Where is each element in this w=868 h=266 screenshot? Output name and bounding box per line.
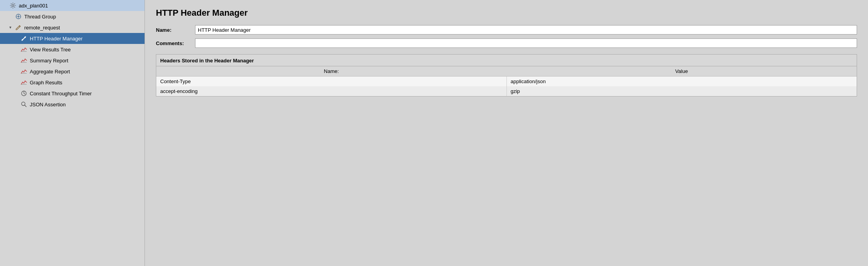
graph-icon <box>20 79 27 86</box>
header-value-cell: gzip <box>506 86 857 96</box>
header-name-cell: accept-encoding <box>156 86 506 96</box>
tree-triangle-icon <box>14 80 18 84</box>
name-input[interactable] <box>195 25 857 35</box>
svg-point-0 <box>12 5 14 7</box>
sidebar-item-label: Summary Report <box>30 58 68 64</box>
graph-icon <box>20 46 27 53</box>
sidebar-item-label: Aggregate Report <box>30 69 70 75</box>
headers-table: Name: Value Content-Typeapplication/json… <box>156 66 857 96</box>
main-content: HTTP Header Manager Name: Comments: Head… <box>145 0 868 266</box>
panel: HTTP Header Manager Name: Comments: Head… <box>145 0 868 266</box>
table-header-row: Name: Value <box>156 66 857 77</box>
sidebar-item-summary-report[interactable]: Summary Report <box>0 55 145 66</box>
comments-input[interactable] <box>195 38 857 48</box>
comments-row: Comments: <box>156 38 857 48</box>
clock-icon <box>20 90 27 97</box>
pencil-icon <box>15 24 22 31</box>
header-name-cell: Content-Type <box>156 77 506 87</box>
tree-triangle-icon <box>14 91 18 95</box>
tree-triangle-icon: ▼ <box>9 26 13 29</box>
sidebar-item-graph-results[interactable]: Graph Results <box>0 77 145 88</box>
tree-triangle-icon <box>14 47 18 51</box>
sidebar-item-thread-group[interactable]: Thread Group <box>0 11 145 22</box>
wrench-icon <box>20 35 27 42</box>
sidebar-item-label: remote_request <box>24 25 60 31</box>
graph-icon <box>20 57 27 64</box>
panel-title: HTTP Header Manager <box>156 8 857 18</box>
sidebar-item-view-results-tree[interactable]: View Results Tree <box>0 44 145 55</box>
comments-label: Comments: <box>156 40 195 46</box>
tree-triangle-icon <box>14 58 18 62</box>
sidebar-item-label: Thread Group <box>24 14 56 20</box>
sidebar-item-label: JSON Assertion <box>30 102 66 107</box>
sidebar-item-constant-throughput-timer[interactable]: Constant Throughput Timer <box>0 88 145 99</box>
sidebar-item-label: adx_plan001 <box>19 3 48 9</box>
tree-triangle-icon <box>14 69 18 73</box>
tree-triangle-icon <box>14 102 18 106</box>
tree-triangle-icon <box>3 4 7 7</box>
table-row[interactable]: Content-Typeapplication/json <box>156 77 857 87</box>
sidebar-item-remote-request[interactable]: ▼ remote_request <box>0 22 145 33</box>
sidebar: adx_plan001 Thread Group▼ remote_request… <box>0 0 145 266</box>
sidebar-item-label: Constant Throughput Timer <box>30 91 92 97</box>
tree-triangle-icon <box>14 36 18 40</box>
sidebar-item-aggregate-report[interactable]: Aggregate Report <box>0 66 145 77</box>
thread-icon <box>15 13 22 20</box>
table-row[interactable]: accept-encodinggzip <box>156 86 857 96</box>
headers-section: Headers Stored in the Header Manager Nam… <box>156 54 857 97</box>
sidebar-item-json-assertion[interactable]: JSON Assertion <box>0 99 145 110</box>
sidebar-item-http-header-manager[interactable]: HTTP Header Manager <box>0 33 145 44</box>
gear-icon <box>9 2 16 9</box>
col-name-header: Name: <box>156 66 506 77</box>
header-value-cell: application/json <box>506 77 857 87</box>
sidebar-item-label: Graph Results <box>30 80 62 86</box>
search-icon <box>20 101 27 108</box>
tree-triangle-icon <box>9 15 13 18</box>
headers-table-wrapper: Name: Value Content-Typeapplication/json… <box>156 66 857 96</box>
sidebar-item-label: View Results Tree <box>30 47 71 53</box>
sidebar-item-label: HTTP Header Manager <box>30 36 83 42</box>
svg-line-13 <box>25 105 26 107</box>
col-value-header: Value <box>506 66 857 77</box>
sidebar-item-adx-plan[interactable]: adx_plan001 <box>0 0 145 11</box>
name-row: Name: <box>156 25 857 35</box>
headers-section-title: Headers Stored in the Header Manager <box>156 55 857 66</box>
graph-icon <box>20 68 27 75</box>
name-label: Name: <box>156 27 195 33</box>
